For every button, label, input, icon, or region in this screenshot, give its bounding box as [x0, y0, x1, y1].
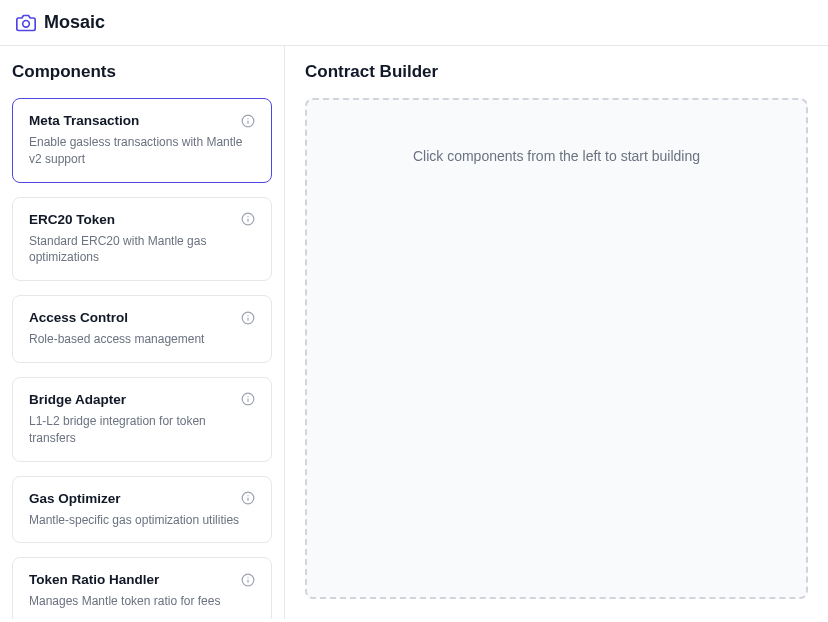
component-card[interactable]: ERC20 TokenStandard ERC20 with Mantle ga… — [12, 197, 272, 282]
app-header: Mosaic — [0, 0, 828, 46]
component-desc: Mantle-specific gas optimization utiliti… — [29, 512, 255, 529]
component-desc: Standard ERC20 with Mantle gas optimizat… — [29, 233, 255, 267]
info-icon[interactable] — [241, 491, 255, 505]
component-desc: Manages Mantle token ratio for fees — [29, 593, 255, 610]
component-desc: L1-L2 bridge integration for token trans… — [29, 413, 255, 447]
builder-dropzone[interactable]: Click components from the left to start … — [305, 98, 808, 599]
info-icon[interactable] — [241, 392, 255, 406]
sidebar: Components Meta TransactionEnable gasles… — [0, 46, 285, 619]
component-title: Bridge Adapter — [29, 392, 126, 407]
component-card[interactable]: Gas OptimizerMantle-specific gas optimiz… — [12, 476, 272, 544]
content-area: Contract Builder Click components from t… — [285, 46, 828, 619]
component-card-head: Access Control — [29, 310, 255, 325]
info-icon[interactable] — [241, 311, 255, 325]
components-list: Meta TransactionEnable gasless transacti… — [12, 98, 272, 619]
svg-point-0 — [23, 20, 30, 27]
info-icon[interactable] — [241, 114, 255, 128]
component-title: Gas Optimizer — [29, 491, 121, 506]
component-card[interactable]: Meta TransactionEnable gasless transacti… — [12, 98, 272, 183]
component-card-head: Bridge Adapter — [29, 392, 255, 407]
component-card-head: Meta Transaction — [29, 113, 255, 128]
component-card[interactable]: Access ControlRole-based access manageme… — [12, 295, 272, 363]
sidebar-title: Components — [12, 62, 272, 82]
content-title: Contract Builder — [305, 62, 808, 82]
component-card-head: ERC20 Token — [29, 212, 255, 227]
component-desc: Role-based access management — [29, 331, 255, 348]
info-icon[interactable] — [241, 212, 255, 226]
builder-hint: Click components from the left to start … — [413, 148, 700, 164]
app-title: Mosaic — [44, 12, 105, 33]
component-title: Token Ratio Handler — [29, 572, 159, 587]
component-title: Meta Transaction — [29, 113, 139, 128]
component-title: ERC20 Token — [29, 212, 115, 227]
info-icon[interactable] — [241, 573, 255, 587]
main-area: Components Meta TransactionEnable gasles… — [0, 46, 828, 619]
component-card[interactable]: Token Ratio HandlerManages Mantle token … — [12, 557, 272, 619]
component-title: Access Control — [29, 310, 128, 325]
camera-icon — [16, 13, 36, 33]
component-card-head: Gas Optimizer — [29, 491, 255, 506]
component-card-head: Token Ratio Handler — [29, 572, 255, 587]
component-card[interactable]: Bridge AdapterL1-L2 bridge integration f… — [12, 377, 272, 462]
component-desc: Enable gasless transactions with Mantle … — [29, 134, 255, 168]
